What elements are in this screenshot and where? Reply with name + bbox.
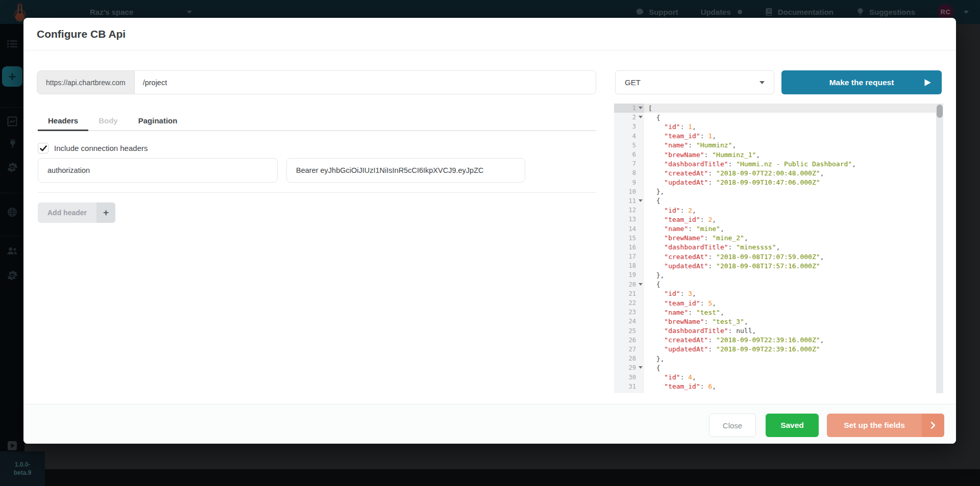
editor-line-number[interactable]: 14 [614, 224, 644, 233]
nav-item-label: Updates [701, 8, 731, 16]
json-token: : [708, 262, 716, 270]
nav-item-updates[interactable]: Updates [701, 8, 742, 16]
nav-item-documentation[interactable]: Documentation [765, 8, 834, 16]
editor-line-number[interactable]: 29 [614, 363, 644, 372]
nav-item-support[interactable]: Support [635, 8, 678, 16]
editor-line-number[interactable]: 16 [614, 243, 644, 252]
tab-pagination[interactable]: Pagination [128, 110, 188, 131]
fold-arrow-icon[interactable] [639, 199, 643, 202]
editor-line-number[interactable]: 12 [614, 206, 644, 215]
json-token: }, [648, 188, 664, 195]
chat-icon [635, 8, 644, 16]
editor-line: "updatedAt": "2018-09-09T10:47:06.000Z" [644, 178, 936, 187]
editor-line-number[interactable]: 24 [614, 317, 644, 326]
tab-headers[interactable]: Headers [38, 110, 88, 131]
json-token: "2018-09-09T10:47:06.000Z" [716, 178, 820, 186]
editor-line-number[interactable]: 10 [614, 187, 644, 196]
json-token [648, 141, 664, 149]
editor-line-number[interactable]: 19 [614, 270, 644, 279]
editor-line-number[interactable]: 17 [614, 252, 644, 261]
plus-icon: + [96, 202, 115, 223]
nav-item-suggestions[interactable]: Suggestions [856, 8, 915, 16]
editor-line-number[interactable]: 11 [614, 196, 644, 206]
sidebar-item-plug[interactable] [0, 137, 24, 149]
editor-line-number[interactable]: 26 [614, 336, 644, 345]
json-response-editor[interactable]: 1234567891011121314151617181920212223242… [614, 104, 943, 393]
editor-line: { [644, 363, 936, 372]
json-token: : [680, 207, 689, 214]
json-token: , [820, 336, 824, 344]
editor-line-number[interactable]: 4 [614, 132, 644, 141]
sidebar-item-users[interactable] [0, 245, 24, 257]
editor-line-number[interactable]: 30 [614, 372, 644, 381]
fold-arrow-icon[interactable] [639, 366, 643, 369]
json-token: : [708, 253, 716, 261]
json-token: "2018-09-09T22:39:16.000Z" [716, 336, 820, 344]
tab-body: Body [88, 110, 128, 131]
editor-scrollbar-thumb[interactable] [937, 105, 943, 118]
json-token: , [732, 141, 736, 149]
json-token [648, 373, 664, 381]
editor-line-number[interactable]: 9 [614, 178, 644, 187]
json-token: "name" [664, 309, 688, 316]
editor-line: "id": 4, [644, 372, 936, 381]
header-value-input[interactable] [286, 158, 525, 183]
book-icon [765, 8, 773, 16]
editor-line-number[interactable]: 15 [614, 234, 644, 243]
sidebar-item-globe[interactable] [0, 206, 24, 218]
json-token: "id" [664, 123, 680, 131]
sidebar-item-list[interactable] [0, 38, 24, 50]
app-version-line1: 1.0.0- [15, 461, 31, 469]
close-button[interactable]: Close [709, 414, 756, 437]
editor-line-number[interactable]: 1 [614, 104, 644, 113]
json-token: "updatedAt" [664, 178, 708, 186]
editor-line-number[interactable]: 25 [614, 326, 644, 336]
sidebar-item-play[interactable] [0, 440, 24, 452]
sidebar-item-chart[interactable] [0, 115, 24, 127]
editor-line-number[interactable]: 21 [614, 289, 644, 298]
editor-line-number[interactable]: 13 [614, 215, 644, 224]
editor-line-number[interactable]: 20 [614, 280, 644, 289]
fold-arrow-icon[interactable] [639, 283, 643, 286]
editor-line-number[interactable]: 27 [614, 345, 644, 354]
editor-line-number[interactable]: 6 [614, 150, 644, 159]
editor-line-number[interactable]: 23 [614, 308, 644, 317]
json-token: "createdAt" [664, 253, 708, 261]
method-select[interactable]: GET [615, 70, 774, 94]
add-header-button[interactable]: Add header + [38, 202, 115, 223]
editor-line-number[interactable]: 5 [614, 141, 644, 150]
editor-line-number[interactable]: 7 [614, 159, 644, 168]
json-token [648, 225, 664, 233]
json-token: 1 [708, 132, 712, 140]
editor-line-number[interactable]: 32 [614, 391, 644, 393]
editor-line-number[interactable]: 31 [614, 382, 644, 391]
json-token: , [692, 207, 696, 214]
json-token: : null, [728, 327, 756, 335]
make-request-button[interactable]: Make the request [781, 70, 942, 94]
api-route-input[interactable] [135, 71, 596, 94]
fold-arrow-icon[interactable] [639, 107, 643, 109]
play-icon [924, 79, 932, 87]
json-token: "team_id" [664, 382, 700, 390]
include-headers-checkbox[interactable] [38, 143, 48, 154]
editor-line-number[interactable]: 3 [614, 122, 644, 131]
sidebar-item-gear[interactable] [0, 161, 24, 173]
json-token [648, 336, 664, 344]
editor-line-number[interactable]: 22 [614, 298, 644, 308]
json-token: : [700, 299, 708, 307]
sidebar-add-button[interactable]: + [2, 66, 22, 87]
fold-arrow-icon[interactable] [639, 116, 643, 118]
editor-line: "team_id": 1, [644, 132, 936, 141]
editor-line-number[interactable]: 28 [614, 354, 644, 363]
editor-line-number[interactable]: 8 [614, 168, 644, 177]
json-token: : [680, 123, 689, 131]
setup-fields-button[interactable]: Set up the fields [827, 414, 944, 437]
sidebar-item-gear[interactable] [0, 269, 24, 282]
json-token: , [776, 243, 780, 251]
editor-line-number[interactable]: 2 [614, 113, 644, 122]
header-key-input[interactable] [38, 158, 278, 183]
saved-button[interactable]: Saved [766, 414, 819, 437]
editor-line-number[interactable]: 18 [614, 261, 644, 270]
bottom-dark-band [0, 469, 980, 486]
method-value: GET [625, 78, 641, 87]
